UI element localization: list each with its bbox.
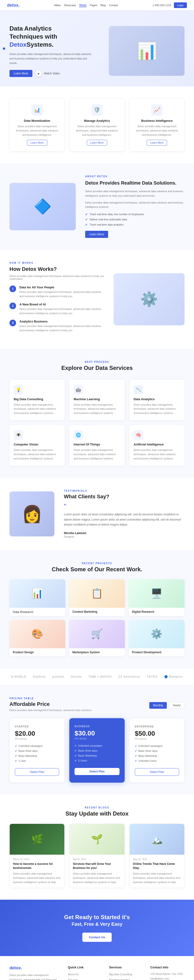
check-item-3: ✔Track real-time data analytics <box>85 223 185 226</box>
footer-link-about[interactable]: About Us <box>68 973 79 976</box>
project-label-2: Content Marketing <box>69 608 125 616</box>
about-desc1: Detox provides data management technique… <box>85 189 185 198</box>
features-1: ✔Unlimited campaigns ✔Basic three days ✔… <box>15 745 59 762</box>
feature-desc-2: Detox provides data management technique… <box>74 124 120 137</box>
feature-btn-1[interactable]: Learn More <box>27 140 47 145</box>
step-content-1: Data for All Your People Detox provides … <box>19 286 104 298</box>
service-card-6: 🧠 Artificial Intelligence Detox provides… <box>129 425 185 466</box>
cta-button[interactable]: Contact Us <box>82 932 112 942</box>
footer-quick-links: Quick Link About Us Services Projects Bl… <box>68 966 102 980</box>
blog-card-1[interactable]: 🌿 March 12, 2021 How to become a success… <box>9 824 65 888</box>
blog-body-3: May 18, 2021 Online Trends That Have Com… <box>129 855 184 888</box>
about-checks: ✔Track real-time data, low number of emp… <box>85 213 185 226</box>
project-card-1[interactable]: 📊 Data Research <box>9 579 65 616</box>
about-text: ABOUT DETOX Detox Provides Realtime Data… <box>85 175 185 238</box>
nav-phone: 1-800-000-1234 <box>153 4 171 6</box>
logo-item-3: pianted <box>52 675 64 678</box>
login-button[interactable]: Login <box>174 2 187 8</box>
services-label: BEST PROCESS <box>9 361 185 363</box>
price-2: $30.00 <box>74 730 119 737</box>
footer-logo: detox. <box>9 966 61 970</box>
pricing-btn-1[interactable]: Select Plan <box>15 768 59 776</box>
nav-link-attlas[interactable]: Attlas <box>54 4 61 6</box>
hero-section: Data Analytics Techniques with DetoxSyst… <box>0 10 194 86</box>
project-thumb-2: 📋 <box>69 579 125 608</box>
footer-address: 123 Street Name, City, USA <box>150 972 185 975</box>
feature-icon-1: 📊 <box>32 104 43 116</box>
projects-section: RECENT PROJECTS Check Some of Our Recent… <box>0 550 194 668</box>
nav-link-home[interactable]: Home <box>79 3 87 7</box>
service-title-5: Internet Of Things <box>74 442 120 446</box>
features-2: ✔Unlimited campaigns ✔Basic three days ✔… <box>74 744 119 762</box>
step-2: 2 A New Breed of AI Detox provides data … <box>9 302 104 315</box>
nav-link-pages[interactable]: Pages <box>90 4 97 6</box>
step-content-3: Analytics Business Detox provides data m… <box>19 320 104 332</box>
how-visual: ⚙️ <box>114 273 185 325</box>
tab-yearly[interactable]: Yearly <box>169 702 185 709</box>
cta-section: Get Ready to Started it's Fast, Free & V… <box>0 900 194 956</box>
blog-post-title-1: How to become a success ful businessman. <box>13 862 61 870</box>
footer: detox. Detox provides data management te… <box>0 956 194 980</box>
step-title-3: Analytics Business <box>19 320 104 323</box>
testimonial-title: What Clients Say? <box>64 493 185 500</box>
testimonial-label: TESTIMONIALS <box>64 490 185 492</box>
logo-item-2: SaaGrid <box>33 675 46 678</box>
nav-link-contact[interactable]: Contact <box>109 4 118 6</box>
blog-post-title-2: Services that will Grow Your Business fo… <box>73 862 121 870</box>
testimonial-author: Nicolia Lawson Designer <box>64 531 185 538</box>
pricing-card-1: Starter $20.00 Per Month ✔Unlimited camp… <box>9 718 65 783</box>
blog-body-1: March 12, 2021 How to become a success f… <box>10 855 65 888</box>
hero-visual: 📊 <box>109 26 185 76</box>
period-1: Per Month <box>15 737 59 740</box>
service-card-5: 🌐 Internet Of Things Detox provides data… <box>69 425 125 466</box>
project-card-4[interactable]: 🎨 Product Design <box>9 620 65 656</box>
pricing-grid: Starter $20.00 Per Month ✔Unlimited camp… <box>9 718 185 783</box>
nav-right: 1-800-000-1234 Login <box>153 2 187 8</box>
blog-card-2[interactable]: 🌱 April 5, 2021 Services that will Grow … <box>69 824 125 888</box>
footer-service-1[interactable]: Big Data Consulting <box>109 973 132 976</box>
footer-service-2[interactable]: Machine Learning <box>109 978 129 980</box>
nav-link-blog[interactable]: Blog <box>101 4 106 6</box>
blog-header: RECENT BLOGS Stay Update with Detox <box>9 806 185 817</box>
pricing-btn-3[interactable]: Select Plan <box>135 768 179 776</box>
project-card-6[interactable]: ⚙️ Product Development <box>129 620 185 656</box>
nav-logo[interactable]: detox. <box>7 3 20 8</box>
blog-card-3[interactable]: 🏔️ May 18, 2021 Online Trends That Have … <box>129 824 185 888</box>
project-card-3[interactable]: 🖥️ Digital Research <box>129 579 185 616</box>
project-card-5[interactable]: 🛒 Marketplace System <box>69 620 125 656</box>
about-label: ABOUT DETOX <box>85 175 185 178</box>
hero-desc: Detox provides data management technique… <box>9 52 95 65</box>
author-name: Nicolia Lawson <box>64 531 185 535</box>
project-label-6: Product Development <box>129 648 185 656</box>
learn-more-button[interactable]: Learn More <box>9 70 32 77</box>
pricing-btn-2[interactable]: Select Plan <box>74 768 119 775</box>
how-desc: Detox provides data management technique… <box>9 275 104 280</box>
service-icon-2: 🤖 <box>74 385 83 395</box>
play-icon: ▶ <box>36 70 42 76</box>
feature-btn-2[interactable]: Learn More <box>87 140 107 145</box>
nav-link-showcase[interactable]: Showcase <box>64 4 76 6</box>
feature-icon-2: 🛡️ <box>91 104 103 116</box>
blog-label: RECENT BLOGS <box>9 806 185 809</box>
project-label-5: Marketplace System <box>69 648 125 656</box>
blog-body-2: April 5, 2021 Services that will Grow Yo… <box>69 855 124 888</box>
logos-section: D·SHIELD SaaGrid pianted Oocole TIME × W… <box>0 668 194 685</box>
projects-title: Check Some of Our Recent Work. <box>9 566 185 573</box>
feature-btn-3[interactable]: Learn More <box>147 140 167 145</box>
watch-video-button[interactable]: ▶ Watch Video <box>36 70 60 76</box>
footer-link-services[interactable]: Services <box>68 978 78 980</box>
pricing-label: PRICING TABLE <box>9 697 185 700</box>
project-card-2[interactable]: 📋 Content Marketing <box>69 579 125 616</box>
price-1: $20.00 <box>15 730 59 737</box>
features-section: 📊 Data Monetization Detox provides data … <box>0 86 194 163</box>
feature-desc-1: Detox provides data management technique… <box>14 124 60 137</box>
step-3: 3 Analytics Business Detox provides data… <box>9 320 104 332</box>
projects-grid: 📊 Data Research 📋 Content Marketing 🖥️ D… <box>9 579 185 656</box>
hero-buttons: Learn More ▶ Watch Video <box>9 70 95 77</box>
step-desc-2: Detox provides data management technique… <box>19 307 104 315</box>
tab-monthly[interactable]: Monthly <box>149 702 167 709</box>
services-section: BEST PROCESS Explore Our Data Services 💡… <box>0 349 194 478</box>
logo-item-7: TETRA <box>147 675 158 678</box>
step-num-3: 3 <box>9 320 16 326</box>
about-learn-btn[interactable]: Learn More <box>85 231 108 238</box>
